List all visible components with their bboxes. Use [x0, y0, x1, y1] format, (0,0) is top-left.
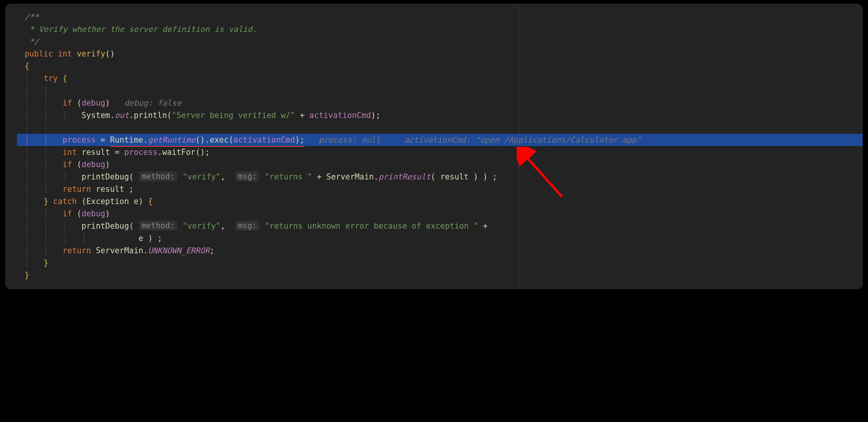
code-line: │ │ if (debug) debug: false: [5, 97, 863, 109]
code-line: }: [5, 269, 863, 281]
arrow-annotation-icon: [517, 147, 567, 201]
paren-open: (: [129, 172, 134, 181]
semicolon: ;: [376, 111, 380, 120]
paren-close: ): [138, 197, 143, 206]
field-process: process: [63, 135, 96, 145]
var-e: e: [138, 234, 143, 243]
param-hint-method: method:: [139, 171, 177, 181]
paren-open: (: [77, 98, 81, 108]
string-literal: "returns unknown error because of except…: [264, 221, 478, 231]
semicolon: ;: [300, 135, 304, 145]
param-hint-msg: msg:: [236, 221, 259, 231]
code-line: /**: [5, 11, 863, 23]
code-line: │ │ if (debug): [5, 208, 863, 220]
brace-close: }: [43, 258, 48, 267]
semicolon: ;: [210, 246, 214, 255]
code-line: │ │ │ printDebug( method: "verify", msg:…: [5, 220, 863, 232]
code-line: │ │ return ServerMain.UNKNOWN_ERROR;: [5, 244, 863, 257]
brace-open: {: [25, 61, 29, 71]
code-line: │ │: [5, 121, 863, 134]
param-hint-msg: msg:: [236, 171, 259, 181]
semicolon: ;: [488, 172, 497, 181]
parens: (): [195, 148, 205, 157]
string-literal: "Server being verified w/": [172, 111, 295, 120]
code-line: │ │ │ System.out.println("Server being v…: [5, 109, 863, 121]
paren-close: ): [148, 234, 153, 243]
const-unknown-error: UNKNOWN_ERROR: [148, 246, 210, 255]
class-servermain: ServerMain: [326, 172, 374, 181]
operator-eq: =: [110, 148, 124, 157]
class-system: System: [81, 111, 110, 120]
keyword-if: if: [63, 160, 72, 169]
method-waitFor: waitFor: [162, 148, 195, 157]
dot: .: [129, 111, 134, 120]
operator-eq: =: [96, 135, 110, 145]
field-out: out: [115, 111, 129, 120]
field-debug: debug: [81, 209, 105, 218]
class-runtime: Runtime: [110, 135, 143, 145]
paren-close: ): [371, 111, 376, 120]
parens: (): [105, 49, 115, 58]
keyword-public: public: [25, 49, 53, 58]
keyword-return: return: [63, 246, 91, 255]
string-literal: "verify": [183, 172, 221, 181]
string-literal: "verify": [183, 221, 221, 231]
method-exec: exec: [210, 135, 228, 145]
comment-text: * Verify whether the server definition i…: [25, 25, 257, 34]
method-println: println: [134, 111, 167, 120]
code-line: │ }: [5, 257, 863, 269]
paren-open: (: [129, 221, 134, 231]
brace-open: {: [148, 197, 153, 206]
keyword-int: int: [58, 49, 72, 58]
operator-plus: +: [312, 172, 326, 181]
paren-close: ): [474, 172, 478, 181]
field-debug: debug: [81, 160, 105, 169]
comma: ,: [221, 172, 225, 181]
code-body: /** * Verify whether the server definiti…: [5, 11, 863, 281]
paren-close: ): [105, 209, 110, 218]
parens: (): [195, 135, 205, 145]
field-activationCmd: activationCmd: [233, 135, 295, 145]
keyword-try: try: [43, 74, 58, 83]
comment-text: */: [25, 37, 39, 46]
code-line-highlighted[interactable]: │ │ process = Runtime.getRuntime().exec(…: [17, 134, 863, 146]
paren-close: ): [105, 98, 110, 108]
code-line: public int verify(): [5, 48, 863, 60]
semicolon: ;: [153, 234, 162, 243]
field-activationCmd: activationCmd: [309, 111, 371, 120]
paren-open: (: [77, 160, 81, 169]
keyword-return: return: [63, 184, 91, 194]
code-line: │ } catch (Exception e) {: [5, 195, 863, 208]
paren-close: ): [105, 160, 110, 169]
dot: .: [143, 135, 148, 145]
semicolon: ;: [124, 184, 134, 194]
method-printDebug: printDebug: [81, 221, 129, 231]
param-hint-method: method:: [139, 221, 177, 231]
operator-plus: +: [478, 221, 488, 231]
underlined-expr: Runtime.getRuntime().exec(activationCmd)…: [110, 134, 304, 146]
paren-open: (: [81, 197, 86, 206]
code-line: │ try {: [5, 72, 863, 85]
var-result: result: [96, 184, 124, 194]
method-getRuntime: getRuntime: [148, 135, 195, 145]
var-result: result: [440, 172, 469, 181]
method-name: verify: [77, 49, 105, 58]
dot: .: [205, 135, 210, 145]
dot: .: [374, 172, 378, 181]
keyword-catch: catch: [53, 197, 77, 206]
svg-line-1: [524, 154, 562, 197]
code-line: │ │ │ printDebug( method: "verify", msg:…: [5, 171, 863, 183]
comment-text: /**: [25, 12, 39, 22]
code-line: │ │ return result ;: [5, 183, 863, 195]
code-line: */: [5, 35, 863, 48]
method-printDebug: printDebug: [81, 172, 129, 181]
paren-open: (: [229, 135, 233, 145]
code-line: │ │ if (debug): [5, 158, 863, 171]
code-line: │ │: [5, 85, 863, 97]
paren-close: ): [483, 172, 487, 181]
type-exception: Exception: [86, 197, 129, 206]
var-e: e: [134, 197, 138, 206]
inlay-hint-debug: debug: false: [124, 98, 181, 108]
paren-close: ): [295, 135, 300, 145]
code-editor[interactable]: /** * Verify whether the server definiti…: [5, 4, 863, 289]
